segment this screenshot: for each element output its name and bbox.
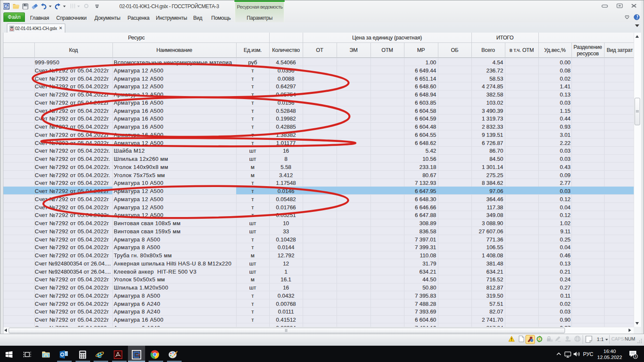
- svg-text:1: 1: [635, 354, 636, 358]
- svg-text:e: e: [97, 350, 102, 359]
